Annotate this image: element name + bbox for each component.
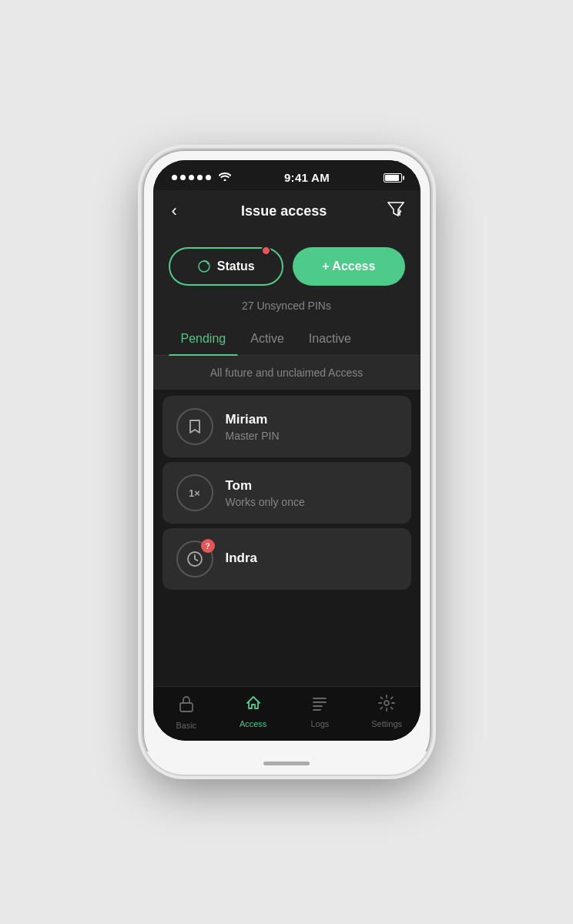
svg-rect-3	[180, 703, 193, 711]
battery-icon	[384, 173, 402, 182]
nav-item-basic[interactable]: Basic	[153, 695, 220, 730]
status-bar: 9:41 AM	[153, 160, 421, 190]
page-title: Issue access	[241, 203, 327, 219]
status-time: 9:41 AM	[284, 171, 330, 184]
status-button-label: Status	[217, 259, 255, 273]
signal-dot-5	[206, 175, 211, 180]
signal-dot-2	[180, 175, 186, 180]
tab-pending[interactable]: Pending	[169, 323, 239, 355]
signal-dot-4	[197, 175, 203, 180]
tab-active[interactable]: Active	[238, 323, 297, 355]
one-time-icon: 1×	[189, 487, 200, 499]
logs-icon	[311, 695, 328, 716]
clock-icon	[186, 551, 203, 567]
list-item[interactable]: Miriam Master PIN	[163, 396, 411, 457]
bookmark-icon	[186, 418, 203, 435]
wifi-icon	[219, 172, 231, 183]
avatar-indra: ?	[176, 541, 213, 578]
item-name-indra: Indra	[226, 551, 397, 566]
list-item[interactable]: ? Indra	[163, 528, 411, 590]
access-icon	[245, 695, 262, 716]
item-sub-miriam: Master PIN	[226, 430, 397, 442]
sync-text: 27 Unsynced PINs	[153, 293, 421, 323]
settings-icon	[378, 695, 395, 716]
battery-fill	[385, 175, 399, 181]
clock-badge: ?	[201, 539, 215, 553]
nav-item-settings[interactable]: Settings	[354, 695, 421, 730]
signal-dots	[172, 172, 231, 183]
item-info-miriam: Miriam Master PIN	[226, 412, 397, 442]
signal-dot-1	[172, 175, 177, 180]
nav-label-settings: Settings	[371, 719, 402, 728]
home-indicator	[142, 752, 431, 775]
add-access-label: + Access	[322, 259, 375, 273]
svg-point-8	[384, 701, 389, 705]
refresh-icon	[197, 259, 211, 273]
back-button[interactable]: ‹	[169, 199, 180, 223]
tab-inactive[interactable]: Inactive	[297, 323, 364, 355]
subtitle-text: All future and unclaimed Access	[153, 356, 421, 390]
lock-icon	[178, 695, 195, 718]
bottom-nav: Basic Access	[153, 686, 421, 741]
nav-label-logs: Logs	[310, 719, 329, 728]
avatar-tom: 1×	[176, 474, 213, 511]
item-info-tom: Tom Works only once	[226, 478, 397, 508]
phone-frame: 9:41 AM ‹ Issue access	[142, 149, 431, 775]
notification-badge	[261, 246, 271, 256]
action-row: Status + Access	[153, 233, 421, 293]
filter-icon[interactable]	[387, 202, 404, 221]
nav-label-basic: Basic	[176, 721, 196, 730]
item-sub-tom: Works only once	[226, 496, 397, 508]
access-list: Miriam Master PIN 1× Tom Works only once	[153, 390, 421, 686]
avatar-miriam	[176, 408, 213, 445]
add-access-button[interactable]: + Access	[293, 247, 405, 286]
nav-item-logs[interactable]: Logs	[286, 695, 354, 730]
item-info-indra: Indra	[226, 551, 397, 568]
item-name-miriam: Miriam	[226, 412, 397, 427]
nav-header: ‹ Issue access	[153, 190, 421, 233]
nav-item-access[interactable]: Access	[219, 695, 286, 730]
list-item[interactable]: 1× Tom Works only once	[163, 462, 411, 524]
item-name-tom: Tom	[226, 478, 397, 494]
status-button[interactable]: Status	[169, 247, 284, 286]
tabs-container: Pending Active Inactive	[153, 323, 421, 356]
battery-indicator	[384, 173, 402, 182]
nav-label-access: Access	[240, 719, 266, 728]
phone-screen: 9:41 AM ‹ Issue access	[153, 160, 421, 741]
home-bar	[263, 762, 310, 765]
signal-dot-3	[189, 175, 194, 180]
